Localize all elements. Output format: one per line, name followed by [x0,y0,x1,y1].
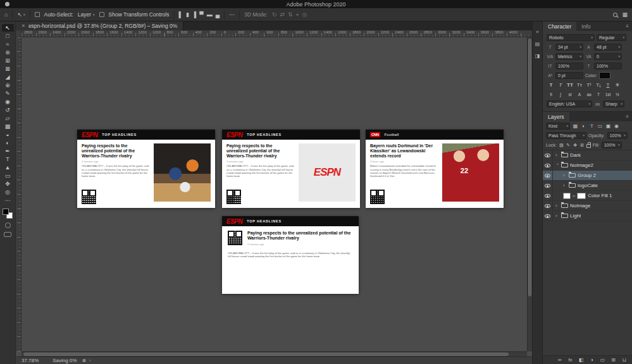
workspace-icon[interactable]: ▦ [622,12,628,18]
layer-filter-kind-select[interactable]: Kind [546,123,570,130]
eraser-tool[interactable]: ▱ [2,114,14,122]
anti-alias-select[interactable]: Sharp [603,100,624,107]
delete-layer-icon[interactable]: ⊔ [621,357,628,363]
type-tool[interactable]: T [2,155,14,163]
lasso-tool[interactable]: ≈ [2,40,14,48]
filter-type-layers-icon[interactable]: T [588,123,595,129]
filter-pixel-layers-icon[interactable]: ▦ [572,123,579,129]
canvas-area[interactable]: 2800260024002200200018001600140012001000… [16,30,532,364]
layer-visibility-icon[interactable] [543,201,553,210]
ordinals-icon[interactable]: 1st [604,91,612,98]
move-tool-options-icon[interactable]: ↖ [17,12,22,18]
filter-shape-layers-icon[interactable]: ▭ [597,123,604,129]
shape-tool[interactable]: ▭ [2,172,14,179]
link-layers-icon[interactable]: ∞ [556,357,563,363]
layer-row-noimage2[interactable]: ›NoImage2 [543,161,632,171]
pen-tool[interactable]: ✒ [2,147,14,155]
quick-mask-icon[interactable] [5,222,11,228]
panel-menu-icon[interactable]: ≡ [623,112,632,121]
all-caps-icon[interactable]: TT [566,82,574,88]
3d-roll-icon[interactable]: ⇄ [280,12,285,18]
underline-icon[interactable]: T [604,82,612,88]
zoom-level-field[interactable]: 37.78% [22,358,39,363]
add-adjustment-layer-icon[interactable]: ◑ [588,357,595,363]
layer-expand-icon[interactable]: › [555,152,559,158]
align-horizontal-centers-icon[interactable]: ▮ [186,12,189,18]
align-bottom-edges-icon[interactable]: ▄ [216,12,220,18]
stylistic-alternates-icon[interactable]: A [575,91,584,98]
layer-effects-icon[interactable]: fx [567,357,574,363]
superscript-icon[interactable]: T¹ [585,82,593,88]
layer-expand-icon[interactable]: › [563,183,567,188]
3d-scale-icon[interactable]: ◎ [302,12,307,18]
tool-preset-caret-icon[interactable]: ▾ [23,13,25,16]
auto-select-dropdown[interactable]: Layer ▾ [78,11,95,18]
layer-filtering-toggle-icon[interactable]: ◉ [613,123,620,129]
cancel-save-icon[interactable]: ⊗ [82,358,86,363]
frame-tool[interactable]: ⊠ [2,65,14,73]
vertical-scrollbar[interactable] [527,37,532,351]
foreground-color-swatch[interactable] [3,209,9,215]
status-arrow-icon[interactable]: › [89,358,91,363]
layer-expand-icon[interactable]: › [555,164,561,167]
panel-menu-icon[interactable]: ≡ [623,21,632,31]
layer-row-logocate[interactable]: ›logoCate [543,181,632,191]
filter-smart-objects-icon[interactable]: ▣ [605,123,612,129]
kerning-select[interactable]: Metrics [555,53,583,60]
blur-tool[interactable]: ◒ [2,131,14,138]
tab-close-icon[interactable]: ✕ [22,23,25,28]
lock-position-icon[interactable]: ✥ [573,143,578,148]
layer-row-light[interactable]: ›Light [543,211,632,221]
layer-visibility-icon[interactable] [543,191,553,200]
more-align-options-icon[interactable]: ⋯ [229,12,235,18]
fill-field[interactable]: 100% [602,142,622,149]
align-left-edges-icon[interactable]: ▌ [179,12,183,18]
expand-panels-icon[interactable]: « [536,29,538,35]
leading-select[interactable]: 48 pt [594,44,622,51]
fill-thumbnail[interactable] [563,193,571,199]
edit-toolbar-icon[interactable]: ⋯ [2,197,14,204]
home-icon[interactable]: ⌂ [4,12,8,18]
lock-image-pixels-icon[interactable]: ✎ [566,143,571,148]
history-panel-icon[interactable]: ▤ [535,41,540,47]
tracking-select[interactable]: 0 [594,53,622,60]
vertical-scale-field[interactable]: 100% [555,63,583,70]
lock-all-icon[interactable] [586,144,591,148]
3d-slide-icon[interactable]: ⌖ [296,12,299,18]
small-caps-icon[interactable]: Tᴛ [575,82,584,88]
auto-select-checkbox[interactable] [35,12,40,17]
titling-alternates-icon[interactable]: aa [585,91,593,98]
layer-visibility-icon[interactable] [543,181,553,190]
layer-visibility-icon[interactable] [543,171,553,180]
add-layer-mask-icon[interactable]: ◧ [578,357,585,363]
discretionary-ligatures-icon[interactable]: st [566,91,574,98]
layer-row-dark[interactable]: ›Dark [543,150,632,161]
layer-row-noimage[interactable]: ›NoImage [543,201,632,211]
tab-character[interactable]: Character [543,21,576,31]
layer-row-group-2[interactable]: ›Group 2 [543,171,632,181]
lock-artboard-icon[interactable]: ⊞ [579,143,585,148]
layer-expand-icon[interactable]: › [555,213,559,219]
align-top-edges-icon[interactable]: ▀ [199,12,203,18]
horizontal-scale-field[interactable]: 100% [594,63,622,70]
swash-icon[interactable]: T [594,91,603,98]
layer-expand-icon[interactable]: › [563,173,567,178]
dodge-tool[interactable]: ◐ [2,139,14,147]
font-family-select[interactable]: Roboto [547,34,595,41]
crop-tool[interactable]: ⊞ [2,57,14,64]
layer-expand-icon[interactable]: › [555,203,559,209]
lock-transparent-pixels-icon[interactable]: ▨ [559,143,564,148]
faux-bold-icon[interactable]: T [547,82,555,88]
scrollbar-thumb[interactable] [23,353,509,356]
eyedropper-tool[interactable]: ◢ [2,73,14,81]
spot-healing-brush-tool[interactable]: ⊕ [2,82,14,89]
strikethrough-icon[interactable]: T [613,82,622,88]
layer-visibility-icon[interactable] [543,211,553,221]
brush-tool[interactable]: ✎ [2,90,14,97]
3d-drag-icon[interactable]: ⇅ [288,12,293,18]
align-right-edges-icon[interactable]: ▐ [192,12,196,18]
layer-visibility-icon[interactable] [543,161,553,170]
path-selection-tool[interactable]: ▲ [2,164,14,171]
rectangular-marquee-tool[interactable]: □ [2,32,14,40]
history-brush-tool[interactable]: ↺ [2,106,14,114]
